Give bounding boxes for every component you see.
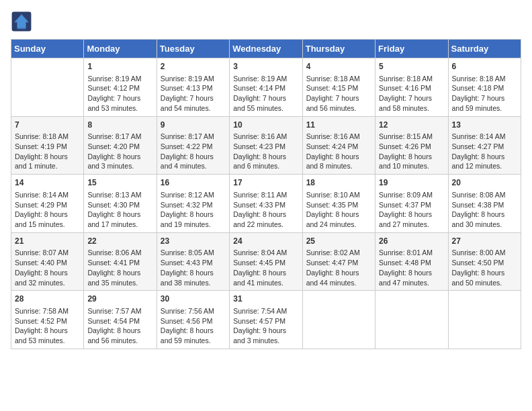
cell-content: Sunrise: 8:14 AM Sunset: 4:29 PM Dayligh… xyxy=(15,190,80,230)
day-number: 12 xyxy=(379,120,444,131)
calendar-cell: 17Sunrise: 8:11 AM Sunset: 4:33 PM Dayli… xyxy=(230,175,302,233)
cell-content: Sunrise: 8:07 AM Sunset: 4:40 PM Dayligh… xyxy=(15,248,80,287)
cell-content: Sunrise: 8:00 AM Sunset: 4:50 PM Dayligh… xyxy=(452,248,517,287)
calendar-cell: 10Sunrise: 8:16 AM Sunset: 4:23 PM Dayli… xyxy=(230,116,302,175)
cell-content: Sunrise: 8:19 AM Sunset: 4:12 PM Dayligh… xyxy=(87,74,152,113)
day-number: 27 xyxy=(452,236,517,247)
cell-content: Sunrise: 8:18 AM Sunset: 4:19 PM Dayligh… xyxy=(15,132,80,171)
week-row-2: 7Sunrise: 8:18 AM Sunset: 4:19 PM Daylig… xyxy=(11,116,521,175)
header-day-friday: Friday xyxy=(375,40,448,58)
calendar-cell: 3Sunrise: 8:19 AM Sunset: 4:14 PM Daylig… xyxy=(230,58,302,117)
cell-content: Sunrise: 8:19 AM Sunset: 4:14 PM Dayligh… xyxy=(233,74,298,113)
cell-content: Sunrise: 8:08 AM Sunset: 4:38 PM Dayligh… xyxy=(452,190,517,230)
day-number: 13 xyxy=(452,120,517,131)
calendar-cell: 13Sunrise: 8:14 AM Sunset: 4:27 PM Dayli… xyxy=(448,116,521,175)
cell-content: Sunrise: 8:11 AM Sunset: 4:33 PM Dayligh… xyxy=(233,190,298,230)
day-number: 29 xyxy=(87,293,152,305)
calendar-cell xyxy=(11,58,84,117)
cell-content: Sunrise: 8:18 AM Sunset: 4:16 PM Dayligh… xyxy=(379,74,444,113)
calendar-cell xyxy=(375,291,448,349)
calendar-cell: 14Sunrise: 8:14 AM Sunset: 4:29 PM Dayli… xyxy=(11,175,84,233)
day-number: 22 xyxy=(87,236,152,247)
day-number: 14 xyxy=(15,177,80,189)
day-number: 21 xyxy=(15,236,80,247)
cell-content: Sunrise: 8:18 AM Sunset: 4:18 PM Dayligh… xyxy=(452,74,517,113)
calendar-cell: 12Sunrise: 8:15 AM Sunset: 4:26 PM Dayli… xyxy=(375,116,448,175)
calendar-cell: 21Sunrise: 8:07 AM Sunset: 4:40 PM Dayli… xyxy=(11,232,84,291)
cell-content: Sunrise: 8:18 AM Sunset: 4:15 PM Dayligh… xyxy=(306,74,371,113)
cell-content: Sunrise: 8:19 AM Sunset: 4:13 PM Dayligh… xyxy=(161,74,226,113)
day-number: 7 xyxy=(15,120,80,131)
cell-content: Sunrise: 8:01 AM Sunset: 4:48 PM Dayligh… xyxy=(379,248,444,287)
day-number: 23 xyxy=(161,236,226,247)
cell-content: Sunrise: 8:16 AM Sunset: 4:24 PM Dayligh… xyxy=(306,132,371,171)
calendar-cell: 9Sunrise: 8:17 AM Sunset: 4:22 PM Daylig… xyxy=(157,116,229,175)
cell-content: Sunrise: 8:02 AM Sunset: 4:47 PM Dayligh… xyxy=(306,248,371,287)
day-number: 6 xyxy=(452,61,517,73)
header-day-monday: Monday xyxy=(84,40,157,58)
day-number: 4 xyxy=(306,61,371,73)
day-number: 30 xyxy=(161,293,226,305)
calendar-cell: 24Sunrise: 8:04 AM Sunset: 4:45 PM Dayli… xyxy=(230,232,302,291)
calendar-table: SundayMondayTuesdayWednesdayThursdayFrid… xyxy=(11,39,521,349)
cell-content: Sunrise: 8:04 AM Sunset: 4:45 PM Dayligh… xyxy=(233,248,298,287)
header-day-sunday: Sunday xyxy=(11,40,84,58)
calendar-cell xyxy=(448,291,521,349)
header-day-tuesday: Tuesday xyxy=(157,40,229,58)
day-number: 11 xyxy=(306,120,371,131)
calendar-cell: 16Sunrise: 8:12 AM Sunset: 4:32 PM Dayli… xyxy=(157,175,229,233)
day-number: 25 xyxy=(306,236,371,247)
calendar-cell: 4Sunrise: 8:18 AM Sunset: 4:15 PM Daylig… xyxy=(302,58,375,117)
cell-content: Sunrise: 8:14 AM Sunset: 4:27 PM Dayligh… xyxy=(452,132,517,171)
calendar-cell: 29Sunrise: 7:57 AM Sunset: 4:54 PM Dayli… xyxy=(84,291,157,349)
calendar-cell: 6Sunrise: 8:18 AM Sunset: 4:18 PM Daylig… xyxy=(448,58,521,117)
calendar-cell: 22Sunrise: 8:06 AM Sunset: 4:41 PM Dayli… xyxy=(84,232,157,291)
calendar-cell xyxy=(302,291,375,349)
day-number: 28 xyxy=(15,293,80,305)
day-number: 10 xyxy=(233,120,298,131)
logo xyxy=(11,11,35,32)
day-number: 15 xyxy=(87,177,152,189)
day-number: 17 xyxy=(233,177,298,189)
day-number: 5 xyxy=(379,61,444,73)
calendar-cell: 31Sunrise: 7:54 AM Sunset: 4:57 PM Dayli… xyxy=(230,291,302,349)
calendar-cell: 8Sunrise: 8:17 AM Sunset: 4:20 PM Daylig… xyxy=(84,116,157,175)
header-day-wednesday: Wednesday xyxy=(230,40,302,58)
cell-content: Sunrise: 7:54 AM Sunset: 4:57 PM Dayligh… xyxy=(233,306,298,346)
calendar-cell: 15Sunrise: 8:13 AM Sunset: 4:30 PM Dayli… xyxy=(84,175,157,233)
header-day-thursday: Thursday xyxy=(302,40,375,58)
calendar-body: 1Sunrise: 8:19 AM Sunset: 4:12 PM Daylig… xyxy=(11,58,521,349)
day-number: 20 xyxy=(452,177,517,189)
cell-content: Sunrise: 7:58 AM Sunset: 4:52 PM Dayligh… xyxy=(15,306,80,346)
cell-content: Sunrise: 8:16 AM Sunset: 4:23 PM Dayligh… xyxy=(233,132,298,171)
day-number: 3 xyxy=(233,61,298,73)
page-header xyxy=(11,11,521,32)
calendar-header: SundayMondayTuesdayWednesdayThursdayFrid… xyxy=(11,40,521,58)
day-number: 1 xyxy=(87,61,152,73)
calendar-cell: 19Sunrise: 8:09 AM Sunset: 4:37 PM Dayli… xyxy=(375,175,448,233)
calendar-cell: 7Sunrise: 8:18 AM Sunset: 4:19 PM Daylig… xyxy=(11,116,84,175)
day-number: 19 xyxy=(379,177,444,189)
cell-content: Sunrise: 8:05 AM Sunset: 4:43 PM Dayligh… xyxy=(161,248,226,287)
calendar-cell: 26Sunrise: 8:01 AM Sunset: 4:48 PM Dayli… xyxy=(375,232,448,291)
calendar-cell: 2Sunrise: 8:19 AM Sunset: 4:13 PM Daylig… xyxy=(157,58,229,117)
calendar-cell: 1Sunrise: 8:19 AM Sunset: 4:12 PM Daylig… xyxy=(84,58,157,117)
week-row-3: 14Sunrise: 8:14 AM Sunset: 4:29 PM Dayli… xyxy=(11,175,521,233)
day-number: 26 xyxy=(379,236,444,247)
calendar-cell: 11Sunrise: 8:16 AM Sunset: 4:24 PM Dayli… xyxy=(302,116,375,175)
week-row-1: 1Sunrise: 8:19 AM Sunset: 4:12 PM Daylig… xyxy=(11,58,521,117)
day-number: 18 xyxy=(306,177,371,189)
cell-content: Sunrise: 8:15 AM Sunset: 4:26 PM Dayligh… xyxy=(379,132,444,171)
day-number: 8 xyxy=(87,120,152,131)
header-row: SundayMondayTuesdayWednesdayThursdayFrid… xyxy=(11,40,521,58)
day-number: 16 xyxy=(161,177,226,189)
calendar-cell: 18Sunrise: 8:10 AM Sunset: 4:35 PM Dayli… xyxy=(302,175,375,233)
cell-content: Sunrise: 8:17 AM Sunset: 4:22 PM Dayligh… xyxy=(161,132,226,171)
day-number: 9 xyxy=(161,120,226,131)
logo-icon xyxy=(11,11,32,32)
cell-content: Sunrise: 7:56 AM Sunset: 4:56 PM Dayligh… xyxy=(161,306,226,346)
cell-content: Sunrise: 8:09 AM Sunset: 4:37 PM Dayligh… xyxy=(379,190,444,230)
cell-content: Sunrise: 8:06 AM Sunset: 4:41 PM Dayligh… xyxy=(87,248,152,287)
calendar-cell: 5Sunrise: 8:18 AM Sunset: 4:16 PM Daylig… xyxy=(375,58,448,117)
day-number: 31 xyxy=(233,293,298,305)
